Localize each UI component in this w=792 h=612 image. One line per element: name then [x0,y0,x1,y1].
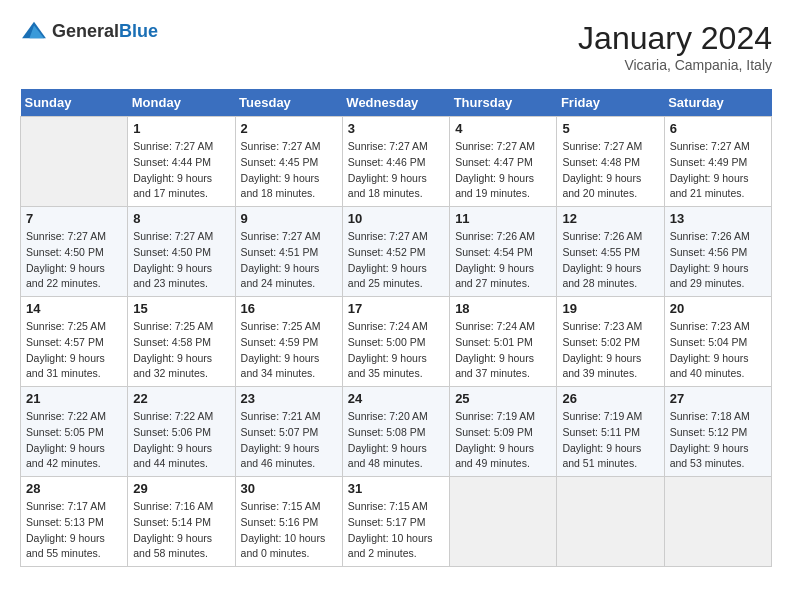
day-number: 28 [26,481,122,496]
calendar-cell: 2Sunrise: 7:27 AMSunset: 4:45 PMDaylight… [235,117,342,207]
day-info: Sunrise: 7:21 AMSunset: 5:07 PMDaylight:… [241,409,337,472]
day-number: 22 [133,391,229,406]
day-info: Sunrise: 7:27 AMSunset: 4:47 PMDaylight:… [455,139,551,202]
calendar-week-1: 1Sunrise: 7:27 AMSunset: 4:44 PMDaylight… [21,117,772,207]
calendar-cell: 30Sunrise: 7:15 AMSunset: 5:16 PMDayligh… [235,477,342,567]
day-number: 3 [348,121,444,136]
day-number: 4 [455,121,551,136]
day-info: Sunrise: 7:25 AMSunset: 4:59 PMDaylight:… [241,319,337,382]
month-year: January 2024 [578,20,772,57]
day-info: Sunrise: 7:24 AMSunset: 5:01 PMDaylight:… [455,319,551,382]
calendar-week-2: 7Sunrise: 7:27 AMSunset: 4:50 PMDaylight… [21,207,772,297]
day-info: Sunrise: 7:26 AMSunset: 4:55 PMDaylight:… [562,229,658,292]
day-number: 5 [562,121,658,136]
calendar-week-5: 28Sunrise: 7:17 AMSunset: 5:13 PMDayligh… [21,477,772,567]
day-number: 9 [241,211,337,226]
day-number: 7 [26,211,122,226]
calendar-cell: 4Sunrise: 7:27 AMSunset: 4:47 PMDaylight… [450,117,557,207]
calendar-cell [664,477,771,567]
col-thursday: Thursday [450,89,557,117]
col-wednesday: Wednesday [342,89,449,117]
day-info: Sunrise: 7:23 AMSunset: 5:04 PMDaylight:… [670,319,766,382]
day-info: Sunrise: 7:15 AMSunset: 5:17 PMDaylight:… [348,499,444,562]
location: Vicaria, Campania, Italy [578,57,772,73]
day-number: 8 [133,211,229,226]
day-info: Sunrise: 7:26 AMSunset: 4:56 PMDaylight:… [670,229,766,292]
day-info: Sunrise: 7:26 AMSunset: 4:54 PMDaylight:… [455,229,551,292]
day-number: 21 [26,391,122,406]
calendar-cell: 21Sunrise: 7:22 AMSunset: 5:05 PMDayligh… [21,387,128,477]
day-info: Sunrise: 7:22 AMSunset: 5:06 PMDaylight:… [133,409,229,472]
day-info: Sunrise: 7:17 AMSunset: 5:13 PMDaylight:… [26,499,122,562]
day-number: 20 [670,301,766,316]
calendar-cell: 24Sunrise: 7:20 AMSunset: 5:08 PMDayligh… [342,387,449,477]
calendar-cell: 26Sunrise: 7:19 AMSunset: 5:11 PMDayligh… [557,387,664,477]
calendar-cell: 19Sunrise: 7:23 AMSunset: 5:02 PMDayligh… [557,297,664,387]
day-number: 30 [241,481,337,496]
calendar-cell: 7Sunrise: 7:27 AMSunset: 4:50 PMDaylight… [21,207,128,297]
day-info: Sunrise: 7:27 AMSunset: 4:48 PMDaylight:… [562,139,658,202]
day-info: Sunrise: 7:19 AMSunset: 5:09 PMDaylight:… [455,409,551,472]
calendar-cell: 12Sunrise: 7:26 AMSunset: 4:55 PMDayligh… [557,207,664,297]
calendar-header: Sunday Monday Tuesday Wednesday Thursday… [21,89,772,117]
calendar-cell: 22Sunrise: 7:22 AMSunset: 5:06 PMDayligh… [128,387,235,477]
day-info: Sunrise: 7:19 AMSunset: 5:11 PMDaylight:… [562,409,658,472]
day-number: 14 [26,301,122,316]
day-info: Sunrise: 7:27 AMSunset: 4:52 PMDaylight:… [348,229,444,292]
calendar-cell: 31Sunrise: 7:15 AMSunset: 5:17 PMDayligh… [342,477,449,567]
day-number: 6 [670,121,766,136]
day-number: 15 [133,301,229,316]
col-friday: Friday [557,89,664,117]
logo-text: GeneralBlue [52,21,158,42]
calendar-cell: 14Sunrise: 7:25 AMSunset: 4:57 PMDayligh… [21,297,128,387]
day-number: 23 [241,391,337,406]
day-info: Sunrise: 7:25 AMSunset: 4:58 PMDaylight:… [133,319,229,382]
day-number: 1 [133,121,229,136]
day-info: Sunrise: 7:24 AMSunset: 5:00 PMDaylight:… [348,319,444,382]
day-number: 25 [455,391,551,406]
calendar-week-3: 14Sunrise: 7:25 AMSunset: 4:57 PMDayligh… [21,297,772,387]
logo-icon [20,20,48,42]
day-info: Sunrise: 7:27 AMSunset: 4:51 PMDaylight:… [241,229,337,292]
title-block: January 2024 Vicaria, Campania, Italy [578,20,772,73]
day-number: 13 [670,211,766,226]
day-info: Sunrise: 7:15 AMSunset: 5:16 PMDaylight:… [241,499,337,562]
calendar-body: 1Sunrise: 7:27 AMSunset: 4:44 PMDaylight… [21,117,772,567]
calendar-cell: 11Sunrise: 7:26 AMSunset: 4:54 PMDayligh… [450,207,557,297]
calendar-cell: 9Sunrise: 7:27 AMSunset: 4:51 PMDaylight… [235,207,342,297]
day-info: Sunrise: 7:18 AMSunset: 5:12 PMDaylight:… [670,409,766,472]
calendar-cell: 23Sunrise: 7:21 AMSunset: 5:07 PMDayligh… [235,387,342,477]
calendar-week-4: 21Sunrise: 7:22 AMSunset: 5:05 PMDayligh… [21,387,772,477]
day-number: 2 [241,121,337,136]
logo: GeneralBlue [20,20,158,42]
calendar-cell: 20Sunrise: 7:23 AMSunset: 5:04 PMDayligh… [664,297,771,387]
calendar-cell: 6Sunrise: 7:27 AMSunset: 4:49 PMDaylight… [664,117,771,207]
calendar-cell: 18Sunrise: 7:24 AMSunset: 5:01 PMDayligh… [450,297,557,387]
page-header: GeneralBlue January 2024 Vicaria, Campan… [20,20,772,73]
day-number: 17 [348,301,444,316]
logo-general: General [52,21,119,41]
col-tuesday: Tuesday [235,89,342,117]
calendar-cell: 3Sunrise: 7:27 AMSunset: 4:46 PMDaylight… [342,117,449,207]
calendar-cell: 13Sunrise: 7:26 AMSunset: 4:56 PMDayligh… [664,207,771,297]
day-number: 26 [562,391,658,406]
day-number: 29 [133,481,229,496]
day-info: Sunrise: 7:27 AMSunset: 4:45 PMDaylight:… [241,139,337,202]
day-number: 31 [348,481,444,496]
day-number: 10 [348,211,444,226]
col-sunday: Sunday [21,89,128,117]
calendar-cell: 10Sunrise: 7:27 AMSunset: 4:52 PMDayligh… [342,207,449,297]
day-info: Sunrise: 7:25 AMSunset: 4:57 PMDaylight:… [26,319,122,382]
calendar-cell [21,117,128,207]
day-info: Sunrise: 7:27 AMSunset: 4:44 PMDaylight:… [133,139,229,202]
calendar-cell: 5Sunrise: 7:27 AMSunset: 4:48 PMDaylight… [557,117,664,207]
day-info: Sunrise: 7:27 AMSunset: 4:46 PMDaylight:… [348,139,444,202]
calendar-cell: 29Sunrise: 7:16 AMSunset: 5:14 PMDayligh… [128,477,235,567]
day-number: 11 [455,211,551,226]
day-number: 27 [670,391,766,406]
calendar-cell: 15Sunrise: 7:25 AMSunset: 4:58 PMDayligh… [128,297,235,387]
header-row: Sunday Monday Tuesday Wednesday Thursday… [21,89,772,117]
day-info: Sunrise: 7:27 AMSunset: 4:49 PMDaylight:… [670,139,766,202]
col-saturday: Saturday [664,89,771,117]
day-number: 16 [241,301,337,316]
